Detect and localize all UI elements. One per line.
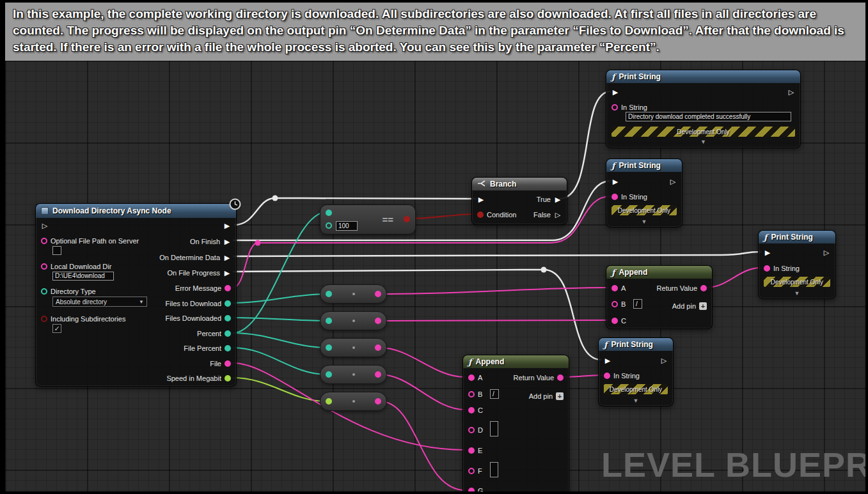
node-to-text-conversion-2[interactable] bbox=[320, 311, 387, 330]
pin-speed-in-megabit[interactable] bbox=[225, 375, 231, 382]
pin-e[interactable] bbox=[468, 447, 475, 454]
exec-in-pin[interactable]: ▷ bbox=[41, 222, 49, 229]
exec-out-pin[interactable]: ▷ bbox=[823, 249, 830, 256]
exec-pin-on-finish[interactable]: ▶ bbox=[223, 238, 231, 245]
node-header[interactable]: ƒ Print String bbox=[599, 338, 673, 351]
exec-in-pin[interactable]: ▶ bbox=[764, 249, 771, 256]
node-header[interactable]: ƒ Append bbox=[606, 266, 712, 279]
pin-d-value-input[interactable] bbox=[490, 421, 498, 436]
pin-g[interactable] bbox=[468, 488, 475, 491]
directory-type-dropdown[interactable]: Absolute directory ▼ bbox=[52, 297, 147, 307]
node-to-text-conversion-3[interactable] bbox=[320, 338, 387, 357]
exec-out-pin[interactable]: ▷ bbox=[787, 88, 795, 96]
node-print-string-success[interactable]: ƒ Print String ▶ ▷ In String Directory d… bbox=[606, 70, 801, 148]
blueprint-graph-canvas[interactable]: Download Directory Async Node ▷ ▶ Option… bbox=[5, 61, 865, 491]
compare-input-b-pin[interactable] bbox=[326, 222, 332, 229]
node-header[interactable]: Branch bbox=[472, 178, 567, 190]
pin-b-value-input[interactable]: / bbox=[633, 299, 642, 309]
node-header[interactable]: ƒ Print String bbox=[606, 159, 682, 172]
conversion-input-pin[interactable] bbox=[326, 371, 332, 378]
node-to-text-conversion-4[interactable] bbox=[320, 365, 387, 384]
pin-c[interactable] bbox=[468, 407, 475, 413]
reroute-node-string[interactable] bbox=[255, 240, 261, 246]
pin-b[interactable] bbox=[612, 301, 618, 307]
conversion-output-pin[interactable] bbox=[375, 371, 381, 378]
pin-b[interactable] bbox=[468, 391, 475, 398]
in-string-pin[interactable] bbox=[612, 104, 618, 111]
reroute-node-exec[interactable] bbox=[272, 196, 278, 201]
development-only-band[interactable]: Development Only bbox=[764, 277, 830, 287]
in-string-pin[interactable] bbox=[764, 265, 770, 272]
node-print-string-progress[interactable]: ƒ Print String ▶ ▷ In String Development… bbox=[598, 337, 674, 406]
exec-in-pin[interactable]: ▶ bbox=[612, 88, 619, 96]
pin-files-to-download[interactable] bbox=[225, 300, 231, 307]
condition-pin[interactable] bbox=[477, 212, 484, 218]
reroute-node-exec[interactable] bbox=[541, 267, 547, 273]
pin-f-value-input[interactable] bbox=[490, 462, 498, 477]
pin-d[interactable] bbox=[468, 427, 475, 433]
pin-percent[interactable] bbox=[225, 330, 231, 337]
node-append-bottom[interactable]: ƒ Append A Return Value B / Add pin+ C D… bbox=[462, 355, 569, 491]
pin-files-downloaded[interactable] bbox=[225, 315, 231, 321]
exec-pin-on-file-progress[interactable]: ▶ bbox=[223, 269, 231, 277]
conversion-input-pin[interactable] bbox=[326, 291, 332, 297]
node-to-text-conversion-5[interactable] bbox=[320, 392, 387, 411]
collapse-arrow-icon[interactable]: ▼ bbox=[606, 139, 800, 145]
pin-a[interactable] bbox=[468, 374, 475, 381]
pin-file[interactable] bbox=[225, 360, 231, 367]
exec-out-pin[interactable]: ▷ bbox=[669, 178, 677, 185]
node-append-top[interactable]: ƒ Append A Return Value B / Add pin+ C bbox=[606, 265, 713, 329]
pin-directory-type[interactable] bbox=[41, 288, 47, 295]
exec-pin-on-determine-data[interactable]: ▶ bbox=[223, 254, 231, 261]
in-string-value-input[interactable]: Directory download completed successfull… bbox=[626, 112, 791, 121]
pin-file-percent[interactable] bbox=[225, 345, 231, 351]
compare-input-a-pin[interactable] bbox=[326, 210, 332, 216]
pin-error-message[interactable] bbox=[225, 285, 231, 291]
node-print-string-error[interactable]: ƒ Print String ▶ ▷ In String Development… bbox=[606, 158, 683, 228]
development-only-band[interactable]: Development Only bbox=[612, 127, 795, 137]
development-only-band[interactable]: Development Only bbox=[612, 205, 677, 215]
add-pin-icon[interactable]: + bbox=[699, 302, 707, 310]
conversion-input-pin[interactable] bbox=[326, 398, 332, 405]
exec-out-pin[interactable]: ▷ bbox=[660, 357, 668, 364]
node-header[interactable]: ƒ Append bbox=[463, 355, 569, 368]
exec-false-pin[interactable]: ▷ bbox=[554, 211, 562, 219]
collapse-arrow-icon[interactable]: ▼ bbox=[599, 398, 673, 404]
compare-b-value-input[interactable]: 100 bbox=[336, 221, 358, 231]
pin-optional-file-path[interactable] bbox=[41, 238, 47, 244]
exec-in-pin[interactable]: ▶ bbox=[477, 196, 485, 203]
optional-file-path-input[interactable] bbox=[52, 246, 61, 255]
exec-in-pin[interactable]: ▶ bbox=[612, 178, 619, 185]
conversion-input-pin[interactable] bbox=[326, 318, 332, 324]
return-value-pin[interactable] bbox=[700, 285, 707, 291]
exec-in-pin[interactable]: ▶ bbox=[604, 357, 612, 364]
including-subdirectories-checkbox[interactable]: ✓ bbox=[52, 324, 61, 333]
conversion-output-pin[interactable] bbox=[375, 398, 381, 405]
node-header[interactable]: Download Directory Async Node bbox=[36, 204, 236, 218]
exec-out-pin[interactable]: ▶ bbox=[223, 222, 231, 229]
collapse-arrow-icon[interactable]: ▼ bbox=[759, 290, 835, 297]
local-download-dir-input[interactable]: D:\UE4\download bbox=[52, 272, 114, 281]
node-branch[interactable]: Branch ▶ True▶ Condition False▷ bbox=[471, 177, 567, 225]
node-header[interactable]: ƒ Print String bbox=[759, 231, 835, 243]
conversion-output-pin[interactable] bbox=[375, 318, 381, 324]
node-to-text-conversion-1[interactable] bbox=[320, 284, 387, 304]
conversion-output-pin[interactable] bbox=[375, 291, 381, 297]
in-string-pin[interactable] bbox=[612, 194, 618, 200]
pin-a[interactable] bbox=[612, 285, 618, 291]
pin-f[interactable] bbox=[468, 468, 475, 474]
return-value-pin[interactable] bbox=[557, 374, 564, 381]
node-equal-compare[interactable]: 100 == bbox=[320, 205, 416, 235]
in-string-pin[interactable] bbox=[604, 373, 610, 379]
exec-true-pin[interactable]: ▶ bbox=[554, 196, 562, 203]
node-download-directory-async[interactable]: Download Directory Async Node ▷ ▶ Option… bbox=[35, 203, 237, 387]
compare-result-pin[interactable] bbox=[404, 216, 410, 222]
pin-c[interactable] bbox=[612, 318, 618, 324]
pin-local-download-dir[interactable] bbox=[41, 263, 47, 270]
node-header[interactable]: ƒ Print String bbox=[606, 70, 800, 83]
conversion-output-pin[interactable] bbox=[375, 344, 381, 351]
development-only-band[interactable]: Development Only bbox=[604, 384, 668, 394]
pin-b-value-input[interactable]: / bbox=[490, 389, 499, 399]
conversion-input-pin[interactable] bbox=[326, 344, 332, 351]
node-print-string-determine[interactable]: ƒ Print String ▶ ▷ In String Development… bbox=[758, 230, 836, 299]
